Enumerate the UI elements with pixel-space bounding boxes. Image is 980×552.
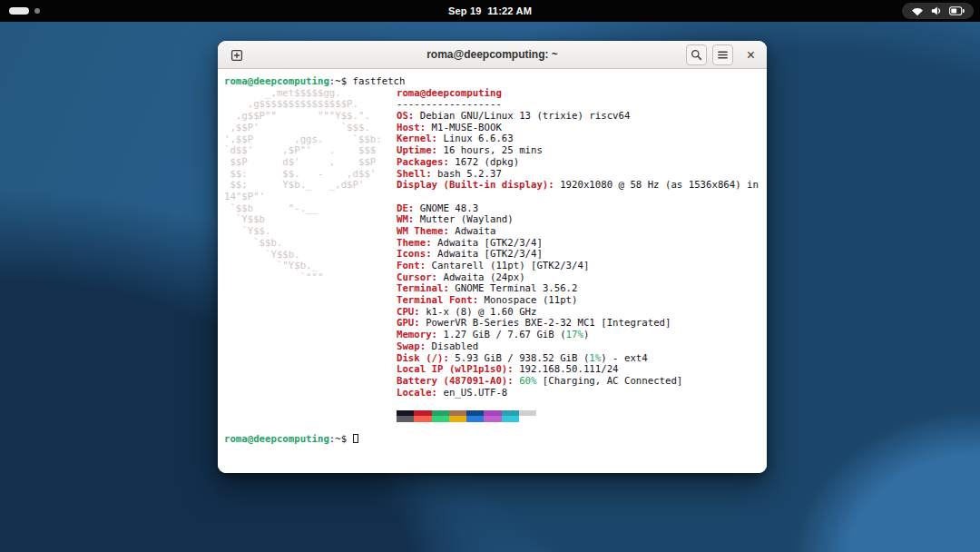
workspace-indicator-dot[interactable] bbox=[34, 8, 40, 14]
palette-cell bbox=[502, 410, 519, 422]
wifi-icon bbox=[911, 6, 924, 16]
top-bar: Sep 19 11:22 AM bbox=[0, 0, 980, 22]
battery-icon bbox=[949, 6, 965, 15]
terminal-info-line: Locale: en_US.UTF-8 bbox=[397, 388, 759, 399]
ascii-art: _,met$$$$$gg. ,g$$$$$$$$$$$$$$$P. ,g$$P"… bbox=[224, 88, 382, 284]
system-status-area[interactable] bbox=[902, 3, 974, 19]
color-palette bbox=[397, 410, 536, 422]
palette-cell bbox=[397, 410, 414, 422]
command-text: fastfetch bbox=[353, 75, 406, 87]
palette-cell bbox=[432, 410, 449, 422]
command-line: roma@deepcomputing:~$ fastfetch bbox=[224, 76, 406, 88]
close-button[interactable]: × bbox=[740, 44, 761, 65]
terminal-cursor bbox=[353, 434, 358, 443]
prompt-user: roma@deepcomputing bbox=[224, 75, 329, 87]
terminal-info-line: Display (Built-in display): 1920x1080 @ … bbox=[397, 180, 759, 192]
palette-cell bbox=[519, 410, 536, 422]
terminal-body[interactable]: roma@deepcomputing:~$ fastfetch _,met$$$… bbox=[218, 69, 767, 473]
headerbar[interactable]: roma@deepcomputing: ~ × bbox=[218, 41, 767, 69]
prompt-line: roma@deepcomputing:~$ bbox=[224, 434, 358, 446]
search-icon bbox=[690, 48, 703, 62]
clock[interactable]: Sep 19 11:22 AM bbox=[448, 5, 532, 16]
palette-cell bbox=[449, 410, 466, 422]
fastfetch-info: roma@deepcomputing------------------OS: … bbox=[397, 88, 759, 399]
workspace-indicator-pill[interactable] bbox=[9, 7, 29, 15]
hamburger-icon bbox=[716, 48, 730, 62]
terminal-window: roma@deepcomputing: ~ × roma@deepcomputi… bbox=[218, 41, 767, 473]
close-icon: × bbox=[747, 48, 755, 63]
prompt-suffix: :~$ bbox=[329, 433, 353, 445]
palette-cell bbox=[466, 410, 484, 422]
palette-cell bbox=[484, 410, 501, 422]
window-title: roma@deepcomputing: ~ bbox=[426, 48, 558, 61]
new-tab-button[interactable] bbox=[226, 44, 247, 65]
prompt-suffix: :~$ bbox=[329, 75, 353, 87]
new-tab-icon bbox=[230, 48, 244, 63]
menu-button[interactable] bbox=[712, 44, 733, 65]
palette-cell bbox=[414, 410, 431, 422]
search-button[interactable] bbox=[686, 44, 707, 65]
prompt-user: roma@deepcomputing bbox=[224, 433, 329, 445]
volume-icon bbox=[930, 5, 943, 16]
